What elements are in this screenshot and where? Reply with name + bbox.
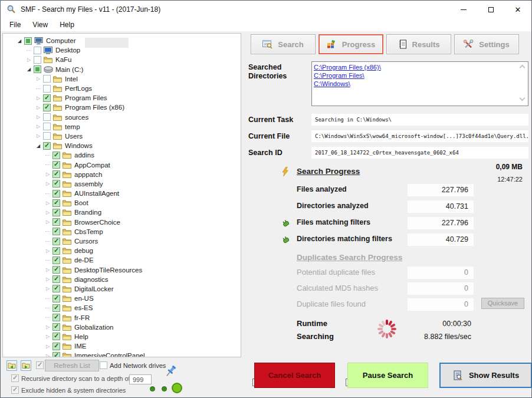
expand-tree-button[interactable] (21, 360, 31, 371)
tree-item-auinstallagent[interactable]: AUInstallAgent (3, 189, 241, 198)
tree-checkbox[interactable] (43, 94, 51, 102)
expand-icon[interactable]: ▷ (44, 247, 51, 254)
tree-item-boot[interactable]: ▷Boot (3, 198, 241, 208)
tree-item-en-us[interactable]: en-US (3, 294, 241, 303)
expand-icon[interactable]: ▷ (35, 75, 42, 83)
collapse-icon[interactable]: ◢ (16, 37, 23, 44)
tree-checkbox[interactable] (43, 132, 51, 140)
tree-item-es-es[interactable]: es-ES (3, 303, 241, 313)
add-network-drives-checkbox[interactable] (100, 361, 107, 369)
collapse-icon[interactable]: ◢ (35, 142, 42, 149)
tree-item-assembly[interactable]: ▷assembly (3, 179, 241, 189)
maximize-button[interactable] (477, 1, 504, 18)
tab-progress[interactable]: Progress (318, 34, 383, 54)
tree-checkbox[interactable] (52, 343, 60, 350)
tree-item-cbstemp[interactable]: CbsTemp (3, 227, 241, 236)
tree-checkbox[interactable] (52, 170, 60, 178)
expand-icon[interactable]: ▷ (35, 123, 42, 130)
tree-item-debug[interactable]: ▷debug (3, 246, 241, 255)
tree-item-intel[interactable]: ▷Intel (3, 74, 241, 84)
show-results-button[interactable]: Show Results (439, 363, 532, 388)
tree-checkbox[interactable] (52, 152, 60, 159)
expand-icon[interactable]: ▷ (44, 209, 51, 216)
tree-item-desktoptileresources[interactable]: ▷DesktopTileResources (3, 265, 241, 275)
tree-item-de-de[interactable]: de-DE (3, 255, 241, 265)
tree-item-globalization[interactable]: ▷Globalization (3, 323, 241, 332)
tree-checkbox[interactable] (52, 256, 60, 264)
tree-item-main-c-[interactable]: ◢Main (C:) (3, 65, 241, 74)
tree-checkbox[interactable] (52, 304, 60, 312)
tree-item-temp[interactable]: ▷temp (3, 122, 241, 131)
tree-checkbox[interactable] (34, 47, 41, 54)
tree-checkbox[interactable] (52, 238, 60, 245)
tree-checkbox[interactable] (52, 218, 60, 226)
tree-checkbox[interactable] (43, 123, 51, 130)
tree-checkbox[interactable] (24, 37, 32, 45)
tree-item-diagnostics[interactable]: ▷diagnostics (3, 275, 241, 284)
tree-item-program-files-x86-[interactable]: ▷Program Files (x86) (3, 103, 241, 112)
tree-checkbox[interactable] (52, 190, 60, 198)
pushpin-icon[interactable] (163, 364, 178, 379)
tree-checkbox[interactable] (43, 85, 51, 93)
tree-checkbox[interactable] (52, 161, 60, 169)
tab-results[interactable]: Results (386, 34, 451, 54)
depth-input[interactable] (129, 374, 152, 384)
recursive-scan-checkbox[interactable] (11, 374, 19, 382)
tree-item-apppatch[interactable]: ▷apppatch (3, 170, 241, 179)
exclude-hidden-checkbox[interactable] (11, 386, 19, 394)
pause-search-button[interactable]: Pause Search (347, 363, 428, 388)
expand-icon[interactable]: ▷ (44, 324, 51, 331)
tree-checkbox[interactable] (34, 56, 41, 64)
tree-checkbox[interactable] (34, 65, 41, 73)
tree-checkbox[interactable] (52, 180, 60, 188)
tab-settings[interactable]: Settings (454, 34, 519, 54)
cancel-search-button[interactable]: Cancel Search (254, 363, 335, 388)
collapse-icon[interactable]: ◢ (25, 66, 32, 73)
expand-icon[interactable]: ▷ (35, 94, 42, 101)
expand-icon[interactable]: ▷ (44, 171, 51, 178)
tree-checkbox[interactable] (52, 333, 60, 340)
tree-item-addins[interactable]: addins (3, 150, 241, 160)
tree-item-fr-fr[interactable]: fr-FR (3, 313, 241, 322)
tree-checkbox[interactable] (52, 247, 60, 255)
scroll-up-icon[interactable] (520, 65, 526, 69)
expand-icon[interactable]: ▷ (44, 276, 51, 283)
tree-item-windows[interactable]: ◢Windows (3, 141, 241, 150)
tree-checkbox[interactable] (43, 142, 51, 150)
expand-icon[interactable]: ▷ (44, 333, 51, 340)
collapse-tree-button[interactable] (6, 360, 17, 371)
tree-checkbox[interactable] (52, 285, 60, 292)
tree-checkbox[interactable] (52, 199, 60, 207)
close-button[interactable]: ✕ (504, 1, 531, 18)
scroll-down-icon[interactable] (520, 96, 526, 100)
expand-icon[interactable]: ▷ (44, 180, 51, 188)
menu-item-file[interactable]: File (4, 19, 27, 31)
tree-item-immersivecontrolpanel[interactable]: ▷ImmersiveControlPanel (3, 351, 241, 357)
tree-checkbox[interactable] (52, 266, 60, 274)
searched-directory-link[interactable]: C:\Program Files\ (314, 71, 364, 80)
tree-item-help[interactable]: ▷Help (3, 332, 241, 341)
tree-item-cursors[interactable]: Cursors (3, 236, 241, 246)
tree-item-appcompat[interactable]: AppCompat (3, 160, 241, 169)
menu-item-help[interactable]: Help (54, 19, 80, 31)
searched-directory-link[interactable]: C:\Program Files (x86)\ (314, 63, 381, 71)
quicksave-button[interactable]: Quicksave (481, 298, 524, 309)
tree-item-digitallocker[interactable]: ▷DigitalLocker (3, 284, 241, 294)
tree-item-ime[interactable]: ▷IME (3, 341, 241, 351)
expand-icon[interactable]: ▷ (35, 104, 42, 111)
expand-icon[interactable]: ▷ (44, 285, 51, 292)
tree-item-branding[interactable]: ▷Branding (3, 208, 241, 217)
tree-item-sources[interactable]: ▷sources (3, 113, 241, 122)
tree-checkbox[interactable] (52, 228, 60, 235)
expand-icon[interactable]: ▷ (35, 114, 42, 121)
refresh-list-button[interactable]: Refresh List (45, 360, 99, 371)
tree-checkbox[interactable] (52, 295, 60, 302)
tree-checkbox[interactable] (52, 314, 60, 321)
tree-checkbox[interactable] (43, 104, 51, 111)
tree-checkbox[interactable] (43, 113, 51, 121)
tree-item-perflogs[interactable]: PerfLogs (3, 84, 241, 93)
expand-icon[interactable]: ▷ (44, 352, 51, 357)
expand-icon[interactable]: ▷ (25, 56, 32, 63)
tree-item-users[interactable]: ▷Users (3, 131, 241, 141)
expand-icon[interactable]: ▷ (44, 267, 51, 274)
